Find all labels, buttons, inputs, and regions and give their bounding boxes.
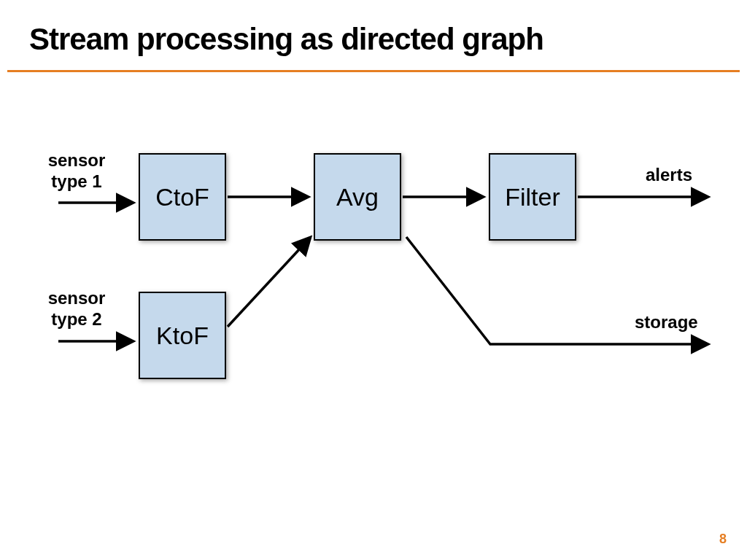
label-sensor-type-2: sensor type 2 (36, 288, 117, 330)
label-sensor-type-1: sensor type 1 (36, 150, 117, 192)
node-avg: Avg (314, 153, 401, 241)
label-alerts: alerts (646, 165, 719, 186)
node-ctof: CtoF (139, 153, 226, 241)
node-ktof-label: KtoF (156, 322, 209, 350)
node-avg-label: Avg (336, 183, 379, 211)
node-filter-label: Filter (505, 183, 560, 211)
node-filter: Filter (489, 153, 576, 241)
edge-ktof-to-avg (228, 238, 310, 327)
node-ctof-label: CtoF (155, 183, 209, 211)
page-number: 8 (719, 532, 727, 547)
edges-layer (0, 0, 747, 560)
page-title: Stream processing as directed graph (29, 22, 718, 57)
label-storage: storage (635, 312, 722, 333)
title-underline (7, 70, 740, 72)
node-ktof: KtoF (139, 292, 226, 379)
